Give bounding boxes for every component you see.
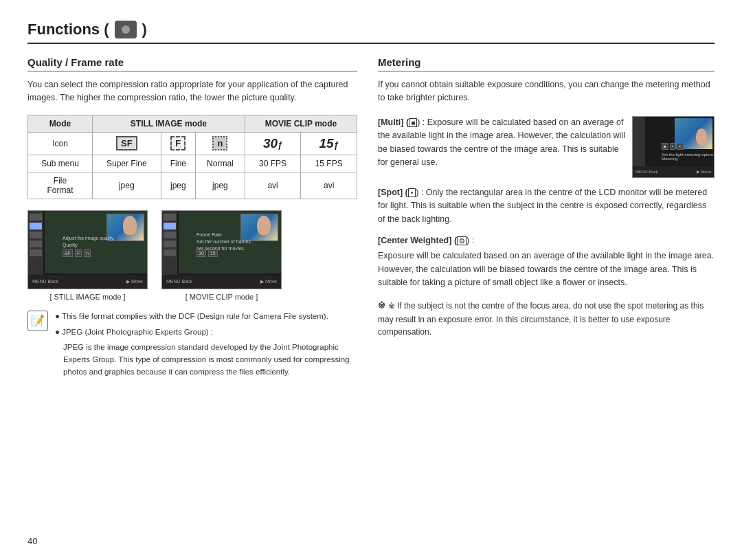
icon-sf: SF: [93, 132, 161, 155]
move-label: ▶ Move: [126, 279, 143, 284]
center-icon: ⊙: [457, 236, 466, 245]
menu-item-3: [30, 232, 42, 238]
still-option-label: Adjust the image quality.Quality: [63, 235, 117, 249]
center-text: [Center Weighted] (⊙) :: [378, 234, 715, 247]
movie-menu-item-2: [164, 223, 176, 229]
metering-items: [Multi] (■) : Exposure will be calculate…: [378, 116, 715, 290]
bullet2-marker: ●: [55, 328, 60, 336]
meter-icon3: C: [677, 143, 684, 150]
cell-normal: Normal: [196, 155, 245, 172]
icon-n: n: [196, 132, 245, 155]
meter-option: Set the light metering option.Metering: [662, 153, 715, 161]
multi-suffix: ) :: [417, 117, 427, 127]
spot-text: [Spot] (•) : Only the rectangular area i…: [378, 186, 715, 226]
camera-icon: [115, 21, 137, 38]
fps2: 15: [208, 249, 218, 257]
cell-superfine: Super Fine: [93, 155, 161, 172]
col-mode: Mode: [28, 115, 93, 132]
movie-menu-item-5: [164, 249, 176, 256]
movie-menu-item-3: [164, 232, 176, 238]
quality-section-title: Quality / Frame rate: [27, 56, 357, 71]
meter-icon-row: ■ • C: [662, 143, 684, 150]
still-screenshot-item: Adjust the image quality.Quality SF F n …: [27, 210, 148, 301]
note-bullet2-detail: JPEG is the image compression standard d…: [55, 341, 357, 378]
icon1: SF: [63, 249, 73, 257]
meter-content: Set the light metering option.Metering ■…: [647, 117, 714, 165]
still-bottom-bar: MENU Back ▶ Move: [28, 275, 147, 289]
page: Functions ( ) Quality / Frame rate You c…: [0, 0, 742, 560]
warning-text: ※ If the subject is not the centre of th…: [378, 301, 704, 337]
movie-icon-row: 30 15: [196, 249, 218, 257]
center-suffix: ) :: [466, 236, 474, 245]
bullet2-label: JPEG (Joint Photographic Experts Group) …: [62, 328, 213, 336]
fine-icon: F: [170, 136, 186, 150]
still-cam-ui: Adjust the image quality.Quality SF F n …: [28, 211, 147, 289]
menu-item-2: [30, 223, 42, 229]
movie-label: [ MOVIE CLIP mode ]: [186, 293, 258, 301]
right-column: Metering If you cannot obtain suitable e…: [378, 56, 715, 382]
metering-intro: If you cannot obtain suitable exposure c…: [378, 78, 715, 105]
row-label-format: FileFormat: [28, 172, 93, 199]
normal-icon: n: [212, 136, 227, 150]
meter-icon1: ■: [662, 143, 668, 150]
cell-jpeg1: jpeg: [93, 172, 161, 199]
back-label: MENU Back: [32, 279, 58, 284]
cell-30fps: 30 FPS: [245, 155, 301, 172]
icon-f: F: [161, 132, 195, 155]
table-row-format: FileFormat jpeg jpeg jpeg avi avi: [28, 172, 357, 199]
meter-icon2: •: [670, 143, 675, 150]
still-content-area: Adjust the image quality.Quality SF F n: [45, 211, 147, 273]
title-suffix: ): [142, 21, 147, 38]
fps1: 30: [196, 249, 206, 257]
move-label2: ▶ Move: [260, 279, 277, 284]
meter-cam-multi: Set the light metering option.Metering ■…: [632, 116, 715, 178]
meter-back: MENU Back: [636, 170, 658, 174]
multi-screenshot: Set the light metering option.Metering ■…: [632, 116, 715, 178]
col-still: STILL IMAGE mode: [93, 115, 245, 132]
multi-text-block: [Multi] (■) : Exposure will be calculate…: [378, 116, 625, 178]
movie-screenshot-item: Frame RateSet the number of frames per s…: [161, 210, 282, 301]
page-number: 40: [27, 536, 37, 546]
meter-bottom: MENU Back ▶ Move: [633, 166, 714, 177]
bullet1-text: This file format complies with the DCF (…: [62, 312, 328, 320]
note-box: 📝 ● This file format complies with the D…: [27, 311, 357, 382]
warning-box: ※ ※ If the subject is not the centre of …: [378, 299, 715, 338]
movie-menu-item-1: [164, 214, 176, 221]
row-label-icon: Icon: [28, 132, 93, 155]
still-screenshot-box: Adjust the image quality.Quality SF F n …: [27, 210, 148, 289]
cell-jpeg3: jpeg: [196, 172, 245, 199]
bullet1-marker: ●: [55, 312, 60, 320]
two-column-layout: Quality / Frame rate You can select the …: [27, 56, 715, 382]
cell-avi1: avi: [245, 172, 301, 199]
still-icon-row: SF F n: [63, 249, 91, 257]
multi-label: [Multi] (: [378, 117, 409, 127]
left-column: Quality / Frame rate You can select the …: [27, 56, 357, 382]
page-title: Functions ( ): [27, 21, 715, 44]
icon3: n: [84, 249, 91, 257]
movie-bottom-bar: MENU Back ▶ Move: [162, 275, 281, 289]
center-desc: Exposure will be calculated based on an …: [378, 249, 715, 289]
cell-avi2: avi: [301, 172, 357, 199]
spot-label: [Spot] (: [378, 188, 408, 197]
fps30-icon: 30ƒ: [263, 136, 282, 150]
cell-15fps: 15 FPS: [301, 155, 357, 172]
col-movie: MOVIE CLIP mode: [245, 115, 357, 132]
quality-intro: You can select the compression ratio app…: [27, 78, 357, 105]
metering-item-multi: [Multi] (■) : Exposure will be calculate…: [378, 116, 715, 178]
metering-item-center: [Center Weighted] (⊙) : Exposure will be…: [378, 234, 715, 290]
multi-text: [Multi] (■) : Exposure will be calculate…: [378, 116, 625, 170]
movie-cam-ui: Frame RateSet the number of frames per s…: [162, 211, 281, 289]
icon-15fps: 15ƒ: [301, 132, 357, 155]
movie-menu-item-4: [164, 240, 176, 247]
note-bullet2: ● JPEG (Joint Photographic Experts Group…: [55, 326, 357, 339]
quality-table: Mode STILL IMAGE mode MOVIE CLIP mode Ic…: [27, 115, 357, 199]
screenshots-row: Adjust the image quality.Quality SF F n …: [27, 210, 357, 301]
center-label: [Center Weighted] (: [378, 236, 457, 245]
movie-content-area: Frame RateSet the number of frames per s…: [179, 211, 281, 273]
row-label-submenu: Sub menu: [28, 155, 93, 172]
fps15-icon: 15ƒ: [319, 136, 339, 150]
table-row-icon: Icon SF F n 30ƒ: [28, 132, 357, 155]
meter-move: ▶ Move: [697, 169, 711, 174]
cell-jpeg2: jpeg: [161, 172, 195, 199]
note-bullet1: ● This file format complies with the DCF…: [55, 311, 357, 323]
